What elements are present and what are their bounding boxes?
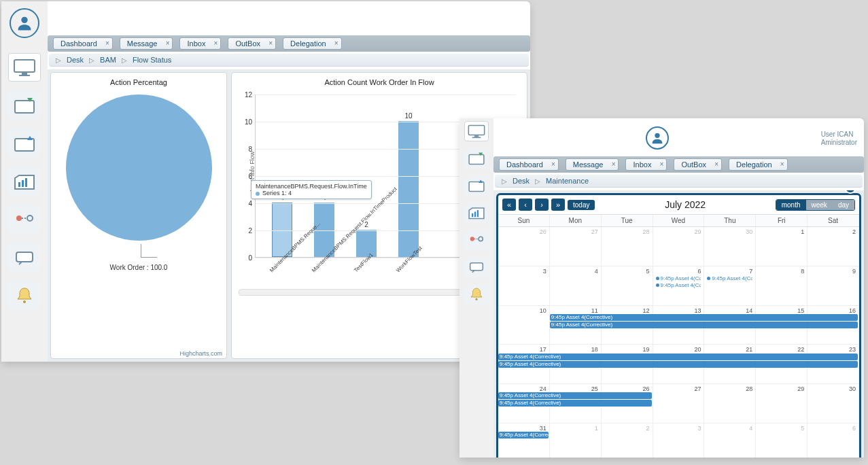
close-icon[interactable]: ✕ bbox=[844, 190, 856, 194]
breadcrumb-item[interactable]: Flow Status bbox=[133, 56, 171, 64]
cal-day-cell[interactable]: 31 bbox=[498, 424, 550, 458]
nav-delegation-icon[interactable] bbox=[464, 230, 489, 250]
cal-view-week[interactable]: week bbox=[806, 200, 833, 210]
tooltip-title: MaintenanceBPMS.Request.Flow.InTime bbox=[256, 183, 367, 190]
cal-view-day[interactable]: day bbox=[833, 200, 854, 210]
cal-weekday: Thu bbox=[704, 215, 756, 226]
tab-message[interactable]: Message× bbox=[120, 37, 173, 50]
cal-event-span[interactable]: 9:45p Asset 4(Corrective) bbox=[498, 392, 652, 399]
cal-day-cell[interactable]: 27 bbox=[653, 384, 705, 424]
cal-prev-year-icon[interactable]: « bbox=[502, 199, 516, 211]
nav-notify-icon[interactable] bbox=[8, 281, 41, 310]
tab-inbox[interactable]: Inbox× bbox=[625, 158, 667, 171]
nav-reports-icon[interactable] bbox=[8, 167, 41, 196]
breadcrumb-item[interactable]: BAM bbox=[100, 56, 116, 64]
cal-day-cell[interactable]: 26 bbox=[498, 227, 550, 266]
cal-day-cell[interactable]: 30 bbox=[704, 227, 756, 266]
cal-day-cell[interactable]: 8 bbox=[756, 266, 808, 306]
cal-next-year-icon[interactable]: » bbox=[551, 199, 565, 211]
pie-slice-workorder[interactable] bbox=[66, 94, 212, 241]
cal-view-month[interactable]: month bbox=[776, 200, 806, 210]
nav-messages-icon[interactable] bbox=[8, 243, 41, 272]
avatar[interactable] bbox=[10, 8, 39, 38]
chart-credit[interactable]: Highcharts.com bbox=[179, 350, 222, 357]
cal-day-cell[interactable]: 9 bbox=[808, 266, 859, 306]
bar-value-label: 10 bbox=[404, 112, 412, 120]
cal-event-span[interactable]: 9:45p Asset 4(Corrective) bbox=[498, 400, 652, 407]
cal-day-cell[interactable]: 69:45p Asset 4(Corre9:45p Asset 4(Corre bbox=[653, 266, 705, 306]
breadcrumb-item[interactable]: Desk bbox=[513, 177, 530, 185]
cal-day-cell[interactable]: 6 bbox=[808, 424, 859, 458]
avatar[interactable] bbox=[646, 126, 669, 150]
cal-day-cell[interactable]: 30 bbox=[808, 384, 859, 424]
cal-day-cell[interactable]: 4 bbox=[704, 424, 756, 458]
cal-day-cell[interactable]: 28 bbox=[704, 384, 756, 424]
nav-outbox-icon[interactable] bbox=[464, 175, 489, 196]
cal-day-cell[interactable]: 5 bbox=[756, 424, 808, 458]
nav-desktop-icon[interactable] bbox=[464, 121, 489, 141]
tab-delegation[interactable]: Delegation× bbox=[729, 158, 788, 171]
cal-event-dot[interactable]: 9:45p Asset 4(Corre bbox=[656, 282, 701, 288]
tab-dashboard[interactable]: Dashboard× bbox=[53, 37, 113, 50]
cal-event-dot[interactable]: 9:45p Asset 4(Corre bbox=[656, 275, 701, 281]
cal-day-cell[interactable]: 1 bbox=[756, 227, 808, 266]
tab-message[interactable]: Message× bbox=[566, 158, 619, 171]
cal-title: July 2022 bbox=[597, 199, 772, 210]
cal-day-cell[interactable]: 2 bbox=[808, 227, 859, 266]
nav-inbox-icon[interactable] bbox=[8, 91, 41, 120]
svg-rect-15 bbox=[472, 137, 481, 139]
cal-event-span[interactable]: 9:45p Asset 4(Correcti bbox=[498, 432, 549, 438]
cal-event-span[interactable]: 9:45p Asset 4(Corrective) bbox=[550, 314, 858, 321]
cal-next-month-icon[interactable]: › bbox=[535, 199, 549, 211]
cal-event-span[interactable]: 9:45p Asset 4(Corrective) bbox=[498, 354, 858, 360]
cal-event-dot[interactable]: 9:45p Asset 4(Corre bbox=[707, 275, 752, 281]
nav-outbox-icon[interactable] bbox=[8, 129, 41, 158]
svg-point-21 bbox=[470, 237, 474, 241]
cal-day-cell[interactable]: 29 bbox=[653, 227, 705, 266]
cal-day-cell[interactable]: 4 bbox=[550, 266, 602, 306]
tab-close-icon[interactable]: × bbox=[551, 160, 555, 168]
nav-delegation-icon[interactable] bbox=[8, 205, 41, 234]
nav-reports-icon[interactable] bbox=[464, 203, 489, 223]
cal-day-cell[interactable]: 79:45p Asset 4(Corre bbox=[704, 266, 756, 306]
tab-close-icon[interactable]: × bbox=[214, 39, 218, 47]
cal-grid[interactable]: 26272829301234569:45p Asset 4(Corre9:45p… bbox=[498, 227, 859, 458]
bar[interactable] bbox=[398, 121, 419, 257]
cal-day-cell[interactable]: 2 bbox=[602, 424, 653, 458]
tab-close-icon[interactable]: × bbox=[166, 39, 170, 47]
tab-close-icon[interactable]: × bbox=[714, 160, 718, 168]
cal-prev-month-icon[interactable]: ‹ bbox=[519, 199, 532, 211]
tab-close-icon[interactable]: × bbox=[612, 160, 616, 168]
cal-day-cell[interactable]: 1 bbox=[550, 424, 602, 458]
svg-rect-2 bbox=[22, 73, 27, 75]
tab-close-icon[interactable]: × bbox=[660, 160, 664, 168]
cal-day-cell[interactable]: 3 bbox=[498, 266, 550, 306]
tab-delegation[interactable]: Delegation× bbox=[283, 37, 342, 50]
cal-day-cell[interactable]: 10 bbox=[498, 306, 550, 345]
tab-close-icon[interactable]: × bbox=[105, 39, 109, 47]
nav-notify-icon[interactable] bbox=[464, 284, 489, 305]
tab-outbox[interactable]: OutBox× bbox=[674, 158, 722, 171]
cal-event-span[interactable]: 9:45p Asset 4(Corrective) bbox=[498, 361, 858, 368]
tab-outbox[interactable]: OutBox× bbox=[228, 37, 276, 50]
cal-day-cell[interactable]: 3 bbox=[653, 424, 705, 458]
nav-inbox-icon[interactable] bbox=[464, 148, 489, 169]
tab-inbox[interactable]: Inbox× bbox=[179, 37, 221, 50]
chart-tooltip: MaintenanceBPMS.Request.Flow.InTime Seri… bbox=[251, 180, 372, 199]
nav-messages-icon[interactable] bbox=[464, 257, 489, 277]
pie-legend: Work Order : 100.0 bbox=[55, 264, 222, 271]
tab-close-icon[interactable]: × bbox=[268, 39, 273, 47]
nav-desktop-icon[interactable] bbox=[8, 53, 41, 82]
cal-day-cell[interactable]: 5 bbox=[602, 266, 653, 306]
tab-close-icon[interactable]: × bbox=[334, 39, 338, 47]
breadcrumb-item[interactable]: Maintenance bbox=[546, 177, 589, 185]
cal-day-cell[interactable]: 28 bbox=[602, 227, 653, 266]
tab-dashboard[interactable]: Dashboard× bbox=[499, 158, 559, 171]
cal-day-cell[interactable]: 27 bbox=[550, 227, 602, 266]
cal-day-cell[interactable]: 29 bbox=[756, 384, 808, 424]
cal-today-button[interactable]: today bbox=[568, 200, 595, 210]
breadcrumb-item[interactable]: Desk bbox=[67, 56, 84, 64]
svg-point-9 bbox=[16, 216, 22, 221]
tab-close-icon[interactable]: × bbox=[780, 160, 784, 168]
cal-event-span[interactable]: 9:45p Asset 4(Corrective) bbox=[550, 322, 858, 328]
